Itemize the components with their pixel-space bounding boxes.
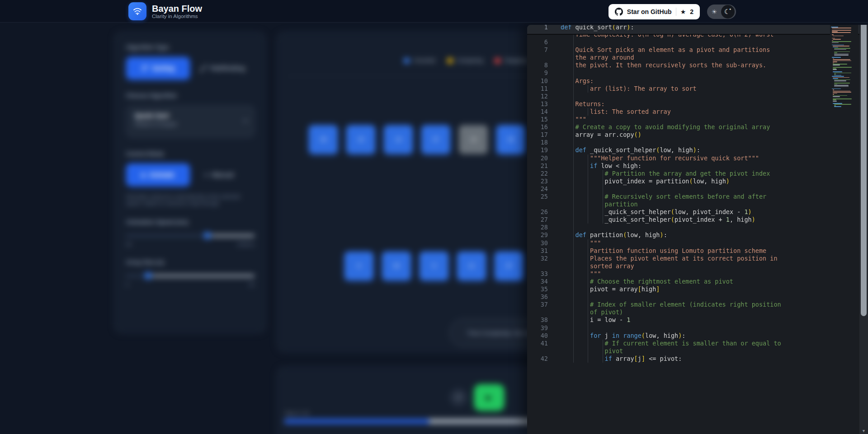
code-token: the pivot. It then recursively sorts the… bbox=[561, 61, 766, 69]
minimap-line bbox=[833, 47, 838, 48]
code-token: low, high bbox=[645, 332, 678, 339]
indent-guide bbox=[573, 85, 574, 93]
app-logo bbox=[128, 2, 146, 20]
code-token: if bbox=[605, 355, 612, 362]
line-number: 12 bbox=[527, 93, 548, 100]
minimap-line bbox=[834, 49, 846, 50]
code-token: () bbox=[634, 131, 642, 138]
github-star-button[interactable]: Star on GitHub ★ 2 bbox=[609, 4, 700, 19]
code-text: the pivot. It then recursively sorts the… bbox=[548, 61, 766, 69]
github-button-label: Star on GitHub bbox=[627, 8, 672, 15]
line-number: 37 bbox=[527, 301, 548, 308]
code-token: ( bbox=[612, 25, 616, 31]
minimap-line bbox=[833, 65, 840, 65]
minimap-line bbox=[834, 85, 849, 86]
code-line: 17 array = arr.copy() bbox=[527, 131, 859, 139]
speed-slider[interactable] bbox=[126, 232, 255, 239]
code-editor[interactable]: Time Complexity: O(n log n) average case… bbox=[527, 35, 859, 363]
code-scrollbar[interactable]: ▼ bbox=[859, 25, 868, 434]
reset-button[interactable]: ↺ bbox=[450, 389, 467, 406]
indent-guide bbox=[573, 201, 574, 208]
minimap-line bbox=[833, 69, 837, 70]
code-token: # Choose the rightmost element as pivot bbox=[561, 278, 733, 285]
indent-guide bbox=[573, 293, 574, 301]
line-number: 16 bbox=[527, 123, 548, 131]
reset-icon: ↺ bbox=[456, 393, 462, 401]
code-token: : bbox=[664, 231, 667, 238]
mode-animate-button[interactable]: ▶ Animate bbox=[126, 163, 190, 186]
array-element: 37 bbox=[495, 252, 524, 280]
code-token: pivot_index = partition bbox=[561, 177, 689, 185]
indent-guide bbox=[573, 162, 574, 170]
legend-dot bbox=[495, 58, 500, 64]
code-text: list: The sorted array bbox=[548, 108, 671, 116]
size-slider[interactable] bbox=[126, 272, 255, 279]
indent-guide bbox=[573, 316, 574, 324]
indent-guide bbox=[588, 185, 588, 193]
code-text: # If current element is smaller than or … bbox=[548, 340, 781, 347]
line-number: 38 bbox=[527, 316, 548, 324]
start-button[interactable]: ▶ bbox=[474, 384, 504, 411]
code-token: ) bbox=[660, 231, 663, 238]
indent-guide bbox=[573, 93, 574, 100]
code-text: if array[j] <= pivot: bbox=[548, 355, 682, 363]
size-max-label: 50 bbox=[249, 282, 255, 287]
code-text bbox=[548, 69, 561, 77]
code-minimap[interactable] bbox=[830, 25, 858, 115]
code-token: <= pivot: bbox=[645, 355, 682, 362]
code-text: # Recursively sort elements before and a… bbox=[548, 193, 766, 201]
indent-guide bbox=[588, 285, 588, 293]
line-number bbox=[527, 308, 548, 316]
minimap-line bbox=[834, 73, 851, 74]
line-number bbox=[527, 54, 548, 61]
code-line: 10 Args: bbox=[527, 77, 859, 85]
code-token: partition bbox=[586, 231, 623, 238]
indent-guide bbox=[573, 332, 574, 340]
indent-guide bbox=[573, 131, 574, 139]
indent-guide bbox=[588, 316, 588, 324]
indent-guide bbox=[573, 231, 574, 239]
indent-guide bbox=[573, 247, 574, 255]
code-token: _quick_sort_helper bbox=[561, 216, 671, 223]
code-line: 28 bbox=[527, 224, 859, 231]
line-number: 30 bbox=[527, 239, 548, 247]
line-number: 11 bbox=[527, 85, 548, 93]
scrollbar-thumb[interactable] bbox=[861, 25, 867, 316]
code-text: Quick Sort picks an element as a pivot a… bbox=[548, 46, 770, 54]
line-number: 24 bbox=[527, 185, 548, 193]
line-number: 15 bbox=[527, 116, 548, 123]
line-number: 13 bbox=[527, 100, 548, 108]
code-token: ) bbox=[693, 146, 697, 154]
algorithm-type-pathfinding-button[interactable]: Pathfinding bbox=[197, 57, 248, 79]
indent-guide bbox=[573, 301, 574, 308]
code-text: for j in range(low, high): bbox=[548, 332, 685, 340]
indent-guide bbox=[603, 340, 603, 347]
minimap-line bbox=[833, 61, 837, 62]
slider-thumb[interactable] bbox=[144, 272, 152, 280]
step-icon: ⇥ bbox=[204, 172, 208, 178]
slider-thumb[interactable] bbox=[203, 232, 211, 239]
mode-manual-button[interactable]: ⇥ Manual bbox=[197, 163, 241, 186]
indent-guide bbox=[603, 185, 603, 193]
code-text: """ bbox=[548, 239, 601, 247]
code-token: of pivot) bbox=[561, 308, 623, 316]
code-text: def quick_sort(arr): bbox=[548, 25, 634, 31]
theme-toggle: ☀ ☾✦ bbox=[707, 5, 736, 19]
array-element: 21 bbox=[457, 252, 486, 280]
algorithm-type-sorting-button[interactable]: Sorting bbox=[126, 57, 190, 79]
indent-guide bbox=[573, 38, 574, 46]
light-mode-button[interactable]: ☀ bbox=[708, 6, 720, 18]
dark-mode-button[interactable]: ☾✦ bbox=[721, 5, 735, 19]
code-token: pivot bbox=[561, 347, 623, 355]
minimap-line bbox=[833, 101, 837, 102]
code-token: Partition function using Lomuto partitio… bbox=[561, 247, 766, 254]
code-token: j bbox=[638, 355, 642, 362]
code-token: ] bbox=[642, 355, 645, 362]
algorithm-select[interactable]: Quick Sort Divide & Conquer ▾ bbox=[126, 105, 255, 138]
speed-max-label: 1000ms bbox=[237, 242, 255, 247]
code-line: 41 # If current element is smaller than … bbox=[527, 340, 859, 347]
code-token: : bbox=[682, 332, 685, 339]
code-text: i = low - 1 bbox=[548, 316, 630, 324]
code-token: arr bbox=[616, 25, 627, 31]
code-token: ] bbox=[656, 285, 660, 293]
